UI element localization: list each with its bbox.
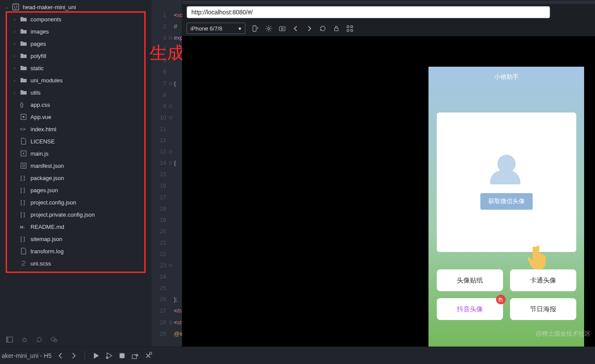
- file-uni.scss[interactable]: uni.scss: [0, 257, 152, 269]
- file-transform.log[interactable]: transform.log: [0, 245, 152, 257]
- device-select[interactable]: iPhone 6/7/8 ▾: [187, 23, 245, 34]
- file-label: manifest.json: [31, 163, 64, 169]
- prev-icon[interactable]: [57, 352, 65, 360]
- next-icon[interactable]: [70, 352, 78, 360]
- feature-button[interactable]: 卡通头像: [510, 269, 576, 291]
- svg-text:<>: <>: [20, 126, 26, 132]
- panel-icon[interactable]: [6, 336, 13, 344]
- chevron-right-icon: ›: [12, 65, 17, 71]
- svg-point-30: [106, 357, 109, 359]
- reload-icon[interactable]: [319, 25, 326, 32]
- svg-text:M↓: M↓: [20, 225, 25, 229]
- phone-frame: 小侬助手 获取微信头像 头像贴纸卡通头像抖音头像节日海报: [428, 67, 584, 347]
- chevron-right-icon: ›: [12, 53, 17, 58]
- back-icon[interactable]: [292, 25, 299, 32]
- folder-polyfill[interactable]: › polyfill: [0, 50, 152, 62]
- file-pages.json[interactable]: [ ] pages.json: [0, 184, 152, 196]
- refresh-icon[interactable]: [36, 336, 43, 344]
- folder-label: uni_modules: [31, 77, 63, 84]
- folder-label: utils: [31, 89, 41, 96]
- css-file-icon: {}: [20, 101, 27, 108]
- svg-text:[ ]: [ ]: [20, 187, 25, 193]
- get-wechat-avatar-button[interactable]: 获取微信头像: [480, 193, 533, 210]
- run-config-label[interactable]: aker-mini_uni - H5: [2, 352, 51, 359]
- scss-file-icon: [20, 260, 27, 267]
- file-README.md[interactable]: M↓ README.md: [0, 221, 152, 233]
- project-icon: U: [12, 3, 19, 10]
- folder-pages[interactable]: › pages: [0, 37, 152, 50]
- svg-point-18: [23, 338, 26, 342]
- folder-static[interactable]: › static: [0, 62, 152, 74]
- chevron-right-icon: ›: [12, 78, 17, 83]
- stop-icon[interactable]: [118, 352, 126, 360]
- svg-text:[ ]: [ ]: [20, 236, 25, 242]
- gear-file-icon: [20, 162, 27, 169]
- forward-icon[interactable]: [306, 25, 313, 32]
- lock-icon[interactable]: [333, 25, 340, 32]
- js-file-icon: [20, 150, 27, 157]
- json-file-icon: [ ]: [20, 199, 27, 206]
- svg-rect-28: [347, 29, 349, 31]
- file-package.json[interactable]: [ ] package.json: [0, 172, 152, 184]
- gear-icon[interactable]: [265, 25, 272, 32]
- file-label: App.vue: [31, 114, 51, 120]
- caret-down-icon: ▾: [238, 25, 241, 32]
- file-label: main.js: [31, 150, 48, 157]
- folder-icon: [20, 77, 27, 84]
- json-file-icon: [ ]: [20, 174, 27, 181]
- project-root[interactable]: ⌄ U head-maker-mini_uni: [0, 1, 152, 13]
- project-name: head-maker-mini_uni: [23, 4, 76, 10]
- file-label: project.private.config.json: [31, 211, 95, 218]
- chevron-right-icon: ›: [12, 17, 17, 22]
- export-icon[interactable]: [131, 352, 139, 360]
- folder-utils[interactable]: › utils: [0, 86, 152, 99]
- preview-tab-strip: [182, 0, 595, 4]
- file-sitemap.json[interactable]: [ ] sitemap.json: [0, 233, 152, 245]
- stop-all-icon[interactable]: [144, 352, 152, 360]
- file-explorer: ⌄ U head-maker-mini_uni › components › i…: [0, 0, 152, 347]
- folder-images[interactable]: › images: [0, 25, 152, 37]
- debug-play-icon[interactable]: [105, 352, 113, 360]
- folder-label: images: [31, 28, 49, 35]
- svg-text:[ ]: [ ]: [20, 175, 25, 181]
- file-App.vue[interactable]: App.vue: [0, 111, 152, 123]
- svg-rect-21: [253, 26, 256, 31]
- play-icon[interactable]: [92, 352, 100, 360]
- file-label: app.css: [31, 102, 50, 108]
- file-index.html[interactable]: <> index.html: [0, 123, 152, 135]
- rotate-icon[interactable]: [252, 25, 259, 32]
- file-project.config.json[interactable]: [ ] project.config.json: [0, 196, 152, 208]
- svg-rect-26: [347, 26, 349, 27]
- chevron-down-icon: ⌄: [4, 4, 9, 10]
- avatar-card: 获取微信头像: [437, 112, 576, 252]
- folder-icon: [20, 28, 27, 35]
- feature-button[interactable]: 抖音头像: [437, 298, 503, 320]
- folder-label: static: [31, 65, 44, 71]
- file-label: project.config.json: [31, 199, 76, 206]
- feature-grid: 头像贴纸卡通头像抖音头像节日海报: [437, 269, 576, 320]
- screenshot-icon[interactable]: [279, 25, 286, 32]
- file-manifest.json[interactable]: manifest.json: [0, 160, 152, 172]
- feature-button[interactable]: 头像贴纸: [437, 269, 503, 291]
- watermark-text: @稀土掘金技术社区: [536, 330, 591, 338]
- folder-icon: [20, 65, 27, 71]
- url-input[interactable]: [187, 6, 550, 18]
- device-viewport: 小侬助手 获取微信头像 头像贴纸卡通头像抖音头像节日海报 @稀土掘金技术社区: [182, 36, 595, 347]
- file-label: LICENSE: [31, 138, 55, 145]
- sidebar-bottom-toolbar: [0, 333, 152, 347]
- bug-icon[interactable]: [21, 336, 28, 344]
- app-title: 小侬助手: [494, 73, 519, 81]
- folder-label: pages: [31, 41, 46, 47]
- feature-button[interactable]: 节日海报: [510, 298, 576, 320]
- file-LICENSE[interactable]: LICENSE: [0, 135, 152, 147]
- folder-uni_modules[interactable]: › uni_modules: [0, 74, 152, 86]
- file-app.css[interactable]: {} app.css: [0, 99, 152, 111]
- wechat-icon[interactable]: [51, 336, 58, 344]
- file-main.js[interactable]: main.js: [0, 147, 152, 160]
- folder-components[interactable]: › components: [0, 13, 152, 25]
- pointing-hand-icon: [526, 243, 557, 272]
- grid-icon[interactable]: [346, 25, 354, 32]
- file-project.private.config.json[interactable]: [ ] project.private.config.json: [0, 208, 152, 221]
- chevron-right-icon: ›: [12, 41, 17, 46]
- folder-icon: [20, 16, 27, 23]
